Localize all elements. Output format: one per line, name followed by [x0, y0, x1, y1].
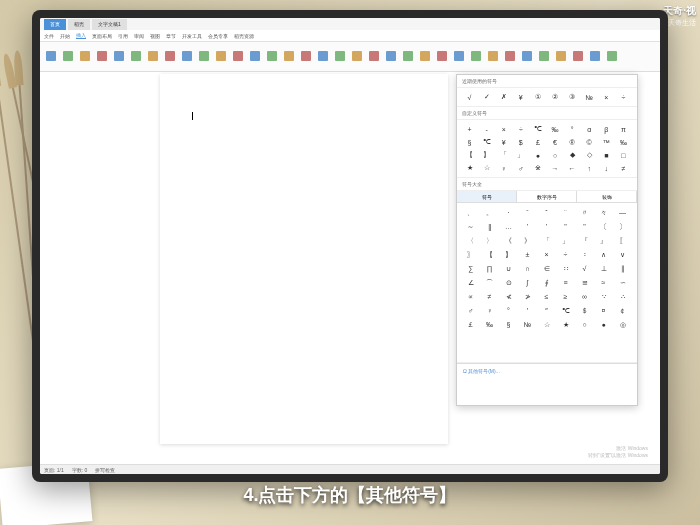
symbol-cell[interactable]: ′	[519, 304, 536, 317]
ribbon-button-12[interactable]	[248, 46, 262, 68]
symbol-cell[interactable]: "	[557, 220, 574, 233]
symbol-cell[interactable]: 【	[481, 248, 498, 261]
ribbon-button-25[interactable]	[469, 46, 483, 68]
ribbon-button-14[interactable]	[282, 46, 296, 68]
menu-view[interactable]: 视图	[150, 33, 160, 39]
ribbon-button-22[interactable]	[418, 46, 432, 68]
ribbon-button-27[interactable]	[503, 46, 517, 68]
symbol-cell[interactable]: ¥	[513, 91, 528, 103]
symbol-cell[interactable]: ·	[500, 206, 517, 219]
ribbon-button-0[interactable]	[44, 46, 58, 68]
symbol-cell[interactable]: ⌒	[481, 276, 498, 289]
symbol-cell[interactable]: √	[462, 91, 477, 103]
symbol-cell[interactable]: ±	[519, 248, 536, 261]
symbol-cell[interactable]: ◇	[582, 149, 597, 161]
symbol-cell[interactable]: "	[576, 220, 593, 233]
ribbon-button-7[interactable]	[163, 46, 177, 68]
symbol-cell[interactable]: …	[500, 220, 517, 233]
ribbon-button-8[interactable]	[180, 46, 194, 68]
symbol-cell[interactable]: ↑	[582, 162, 597, 174]
symbol-cell[interactable]: ©	[582, 136, 597, 148]
symbol-cell[interactable]: €	[548, 136, 563, 148]
symbol-cell[interactable]: ※	[530, 162, 545, 174]
symbol-cell[interactable]: 『	[576, 234, 593, 247]
symbol-cell[interactable]: 〉	[481, 234, 498, 247]
menu-ref[interactable]: 引用	[118, 33, 128, 39]
symbol-cell[interactable]: +	[462, 123, 477, 135]
symbol-cell[interactable]: ●	[530, 149, 545, 161]
category-tab-symbols[interactable]: 符号	[457, 191, 517, 202]
symbol-cell[interactable]: ≥	[557, 290, 574, 303]
ribbon-button-19[interactable]	[367, 46, 381, 68]
ribbon-button-9[interactable]	[197, 46, 211, 68]
symbol-cell[interactable]: ˇ	[538, 206, 555, 219]
ribbon-button-13[interactable]	[265, 46, 279, 68]
symbol-cell[interactable]: ←	[565, 162, 580, 174]
symbol-cell[interactable]: 】	[479, 149, 494, 161]
ribbon-button-16[interactable]	[316, 46, 330, 68]
symbol-cell[interactable]: 〈	[462, 234, 479, 247]
tab-document[interactable]: 文字文稿1	[92, 19, 127, 30]
symbol-cell[interactable]: ∝	[462, 290, 479, 303]
category-tab-deco[interactable]: 装饰	[577, 191, 637, 202]
symbol-cell[interactable]: ≡	[557, 276, 574, 289]
ribbon-button-31[interactable]	[571, 46, 585, 68]
symbol-cell[interactable]: ∈	[538, 262, 555, 275]
symbol-cell[interactable]: ×	[538, 248, 555, 261]
symbol-cell[interactable]: ↓	[599, 162, 614, 174]
symbol-cell[interactable]: -	[479, 123, 494, 135]
ribbon-button-18[interactable]	[350, 46, 364, 68]
symbol-cell[interactable]: ￡	[462, 318, 479, 331]
symbol-cell[interactable]: 〔	[595, 220, 612, 233]
symbol-cell[interactable]: ✓	[479, 91, 494, 103]
symbol-cell[interactable]: ②	[548, 91, 563, 103]
symbol-cell[interactable]: ∥	[614, 262, 631, 275]
menu-dev[interactable]: 开发工具	[182, 33, 202, 39]
symbol-cell[interactable]: 《	[500, 234, 517, 247]
symbol-cell[interactable]: 〕	[614, 220, 631, 233]
ribbon-button-6[interactable]	[146, 46, 160, 68]
symbol-cell[interactable]: ～	[462, 220, 479, 233]
tab-home[interactable]: 首页	[44, 19, 66, 30]
symbol-cell[interactable]: ∩	[519, 262, 536, 275]
symbol-cell[interactable]: ˉ	[519, 206, 536, 219]
ribbon-button-28[interactable]	[520, 46, 534, 68]
ribbon-button-24[interactable]	[452, 46, 466, 68]
symbol-cell[interactable]: ∵	[595, 290, 612, 303]
menu-vip[interactable]: 会员专享	[208, 33, 228, 39]
symbol-cell[interactable]: §	[500, 318, 517, 331]
symbol-cell[interactable]: ≠	[616, 162, 631, 174]
tab-docer[interactable]: 稻壳	[68, 19, 90, 30]
symbol-cell[interactable]: ×	[496, 123, 511, 135]
symbol-cell[interactable]: £	[530, 136, 545, 148]
symbol-cell[interactable]: ≮	[500, 290, 517, 303]
symbol-cell[interactable]: ∠	[462, 276, 479, 289]
ribbon-button-10[interactable]	[214, 46, 228, 68]
ribbon-button-4[interactable]	[112, 46, 126, 68]
symbol-cell[interactable]: ∞	[576, 290, 593, 303]
symbol-cell[interactable]: →	[548, 162, 563, 174]
symbol-cell[interactable]: ℃	[557, 304, 574, 317]
symbol-cell[interactable]: ÷	[616, 91, 631, 103]
ribbon-button-32[interactable]	[588, 46, 602, 68]
symbol-cell[interactable]: 【	[462, 149, 477, 161]
symbol-cell[interactable]: §	[462, 136, 477, 148]
symbol-cell[interactable]: 〃	[576, 206, 593, 219]
menu-file[interactable]: 文件	[44, 33, 54, 39]
ribbon-button-21[interactable]	[401, 46, 415, 68]
ribbon-button-1[interactable]	[61, 46, 75, 68]
ribbon-button-30[interactable]	[554, 46, 568, 68]
symbol-cell[interactable]: ‰	[616, 136, 631, 148]
symbol-cell[interactable]: ♂	[462, 304, 479, 317]
symbol-cell[interactable]: α	[582, 123, 597, 135]
symbol-cell[interactable]: ③	[565, 91, 580, 103]
symbol-cell[interactable]: ¤	[595, 304, 612, 317]
symbol-cell[interactable]: 「	[538, 234, 555, 247]
ribbon-button-33[interactable]	[605, 46, 619, 68]
symbol-cell[interactable]: ‰	[548, 123, 563, 135]
menu-layout[interactable]: 页面布局	[92, 33, 112, 39]
ribbon-button-17[interactable]	[333, 46, 347, 68]
ribbon-button-15[interactable]	[299, 46, 313, 68]
symbol-cell[interactable]: ÷	[557, 248, 574, 261]
symbol-cell[interactable]: π	[616, 123, 631, 135]
